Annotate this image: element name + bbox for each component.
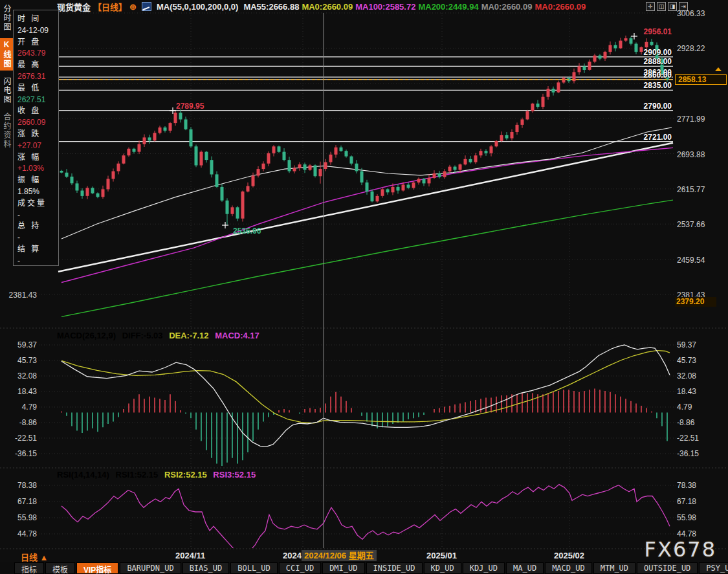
info-label-1: 开 盘 <box>17 37 58 49</box>
trading-app-window: 现货黄金 【日线】 ⊕ MA(55,0,100,200,0,0) MA55:26… <box>0 0 728 574</box>
indicator-tab-8[interactable]: INSIDE_UD <box>366 562 423 574</box>
chart-type-tabs: 分时图K线图闪电图合约资料 <box>0 3 12 155</box>
indicator-tab-5[interactable]: BOLL_UD <box>230 562 278 574</box>
rsi-axis-left-0: 78.38 <box>3 481 37 490</box>
rsi-header: RSI(14,14,14) RSI1:52.15 RSI2:52.15 RSI3… <box>57 470 259 480</box>
info-value-3: 2627.51 <box>17 94 58 106</box>
macd-axis-right-7: -36.15 <box>677 449 699 458</box>
info-value-0: 24-12-09 <box>17 25 58 37</box>
ma-value-0: MA55:2666.88 <box>243 2 299 12</box>
indicator-tab-14[interactable]: OUTSIDE_UD <box>637 562 698 574</box>
macd-axis-right-1: 45.73 <box>677 356 696 365</box>
rsi-name[interactable]: RSI(14,14,14) <box>57 470 109 480</box>
indicator-tab-3[interactable]: BARUPDN_UD <box>120 562 181 574</box>
chart-annotation-2: 2536.66 <box>233 226 261 236</box>
info-label-2: 最 高 <box>17 60 58 71</box>
level-price-label-6: 2721.00 <box>620 133 672 142</box>
info-label-4: 收 盘 <box>17 105 58 117</box>
indicator-tab-11[interactable]: MA_UD <box>506 562 544 574</box>
indicator-tab-13[interactable]: MTM_UD <box>593 562 635 574</box>
indicator-tab-15[interactable]: PSY_UD <box>699 562 728 574</box>
macd-axis-right-2: 32.08 <box>677 371 696 381</box>
level-price-label-5: 2790.00 <box>620 102 672 111</box>
macd-axis-left-1: 45.73 <box>3 356 37 365</box>
price-axis-label-1: 2928.22 <box>677 44 705 53</box>
period-tag[interactable]: 【日线】 <box>93 1 127 13</box>
chart-canvas[interactable] <box>0 0 728 574</box>
indicator-tab-7[interactable]: DMI_UD <box>322 562 364 574</box>
rsi-axis-left-2: 55.98 <box>3 513 37 522</box>
rsi3-value: RSI3:52.15 <box>213 470 256 480</box>
info-label-3: 最 低 <box>17 83 58 94</box>
indicator-tab-4[interactable]: BIAS_UD <box>182 562 230 574</box>
indicator-tab-10[interactable]: KDJ_UD <box>463 562 505 574</box>
info-label-6: 涨 幅 <box>17 152 58 164</box>
watermark: FX678 <box>645 537 716 562</box>
chart-type-tab-0[interactable]: 分时图 <box>0 3 13 34</box>
chart-type-tab-1[interactable]: K线图 <box>0 38 13 71</box>
info-value-7: 1.85% <box>17 186 58 198</box>
ma-value-4: MA0:2660.09 <box>481 2 533 12</box>
info-label-8: 成交量 <box>17 198 58 210</box>
ma-values: MA55:2666.88MA0:2660.09MA100:2585.72MA20… <box>243 2 588 12</box>
info-value-2: 2676.31 <box>17 71 58 83</box>
macd-axis-left-7: -36.15 <box>3 449 37 458</box>
info-label-9: 总 持 <box>17 221 58 232</box>
macd-axis-left-3: 18.43 <box>3 387 37 396</box>
macd-axis-left-4: 4.79 <box>3 403 37 412</box>
macd-axis-right-6: -22.51 <box>677 434 699 443</box>
chart-type-tab-2[interactable]: 闪电图 <box>0 75 13 106</box>
crosshair-price-label: 2858.13 <box>675 74 727 85</box>
macd-axis-right-5: -8.86 <box>677 418 694 427</box>
info-label-5: 涨 跌 <box>17 129 58 140</box>
level-price-label-1: 2888.00 <box>620 57 672 66</box>
macd-dea-value: DEA:-7.12 <box>169 331 208 340</box>
info-label-0: 时 间 <box>17 14 58 25</box>
macd-header: MACD(26,12,9) DIFF:-5.03 DEA:-7.12 MACD:… <box>57 331 263 340</box>
indicator-tab-6[interactable]: CCI_UD <box>279 562 321 574</box>
crosshair-date-label: 2024/12/06 星期五 <box>302 550 377 561</box>
rsi-axis-right-1: 67.18 <box>677 497 696 506</box>
chart-annotation-0: 2956.01 <box>620 27 672 36</box>
macd-diff-value: DIFF:-5.03 <box>122 331 163 340</box>
level-price-label-4: 2835.00 <box>620 81 672 90</box>
ma-value-1: MA0:2660.09 <box>302 2 353 12</box>
macd-name[interactable]: MACD(26,12,9) <box>57 331 116 340</box>
macd-axis-right-4: 4.79 <box>677 403 692 412</box>
info-value-5: +27.07 <box>17 140 58 152</box>
info-value-4: 2660.09 <box>17 117 58 129</box>
x-label-partial: 2024/ <box>283 551 304 560</box>
indicator-tab-1[interactable]: 模板 <box>45 562 75 574</box>
indicator-tab-2[interactable]: VIP指标 <box>76 562 118 574</box>
info-value-10: - <box>17 256 58 267</box>
x-axis-label-1: 2025/01 <box>426 551 457 560</box>
line-chart-icon[interactable] <box>142 2 151 11</box>
indicator-tab-12[interactable]: MACD_UD <box>545 562 592 574</box>
price-axis-label-3: 2693.88 <box>677 150 705 159</box>
indicator-tab-9[interactable]: KD_UD <box>424 562 461 574</box>
price-axis-label-2: 2771.99 <box>677 115 705 124</box>
rsi2-value: RSI2:52.15 <box>164 470 207 480</box>
lower-bound-price-label: 2379.20 <box>675 297 716 307</box>
x-axis-label-2: 2025/02 <box>554 551 584 560</box>
macd-macd-value: MACD:4.17 <box>215 331 259 340</box>
add-indicator-icon[interactable]: ⊕ <box>129 2 137 12</box>
rsi-axis-left-1: 67.18 <box>3 497 37 506</box>
level-price-label-0: 2909.00 <box>620 48 672 57</box>
period-selector[interactable]: 日线 ▲ <box>21 551 48 563</box>
info-label-7: 振 幅 <box>17 175 58 186</box>
macd-axis-left-2: 32.08 <box>3 371 37 381</box>
info-value-1: 2643.79 <box>17 48 58 60</box>
ma-value-2: MA100:2585.72 <box>355 2 415 12</box>
chart-type-tab-3[interactable]: 合约资料 <box>0 111 13 151</box>
rsi1-value: RSI1:52.15 <box>116 470 159 480</box>
price-axis-label-6: 2459.54 <box>677 256 705 265</box>
symbol-name: 现货黄金 <box>57 1 91 13</box>
rsi-axis-right-0: 78.38 <box>677 481 696 490</box>
chart-annotation-1: 2789.95 <box>176 102 204 111</box>
info-value-9: - <box>17 232 58 244</box>
rsi-axis-left-3: 44.78 <box>3 529 37 538</box>
indicator-tab-0[interactable]: 指标 <box>14 562 44 574</box>
price-axis-label-4: 2615.77 <box>677 185 705 194</box>
ma-params: MA(55,0,100,200,0,0) <box>157 2 238 12</box>
